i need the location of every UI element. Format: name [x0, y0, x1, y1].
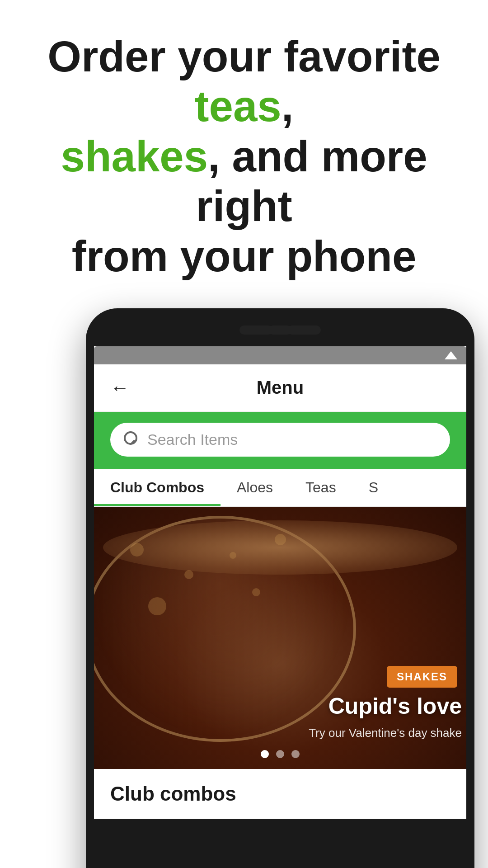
phone-sensors [94, 316, 466, 344]
wifi-icon [445, 351, 457, 359]
search-icon [124, 431, 140, 448]
phone-screen: ← Menu Search Items Club Combos Aloes [94, 346, 466, 819]
bubble1 [130, 543, 144, 557]
hero-heading: Order your favorite teas, shakes, and mo… [27, 32, 461, 281]
phone-container: ← Menu Search Items Club Combos Aloes [0, 308, 488, 868]
tab-teas[interactable]: Teas [289, 469, 352, 506]
back-button[interactable]: ← [110, 377, 129, 399]
bubble6 [252, 588, 260, 596]
hero-teas: teas [195, 82, 282, 130]
hero-comma: , [282, 82, 294, 130]
speaker-grille [239, 326, 321, 335]
screen-title: Menu [129, 377, 431, 398]
hero-line3: from your phone [72, 232, 417, 280]
dot-3[interactable] [291, 750, 300, 758]
promo-subtitle: Try our Valentine's day shake [309, 726, 462, 740]
promo-banner: SHAKES Cupid's love Try our Valentine's … [94, 507, 466, 769]
hero-shakes: shakes [61, 132, 208, 180]
category-tabs: Club Combos Aloes Teas S [94, 469, 466, 507]
dot-2[interactable] [276, 750, 284, 758]
bubble4 [230, 552, 236, 559]
app-header: ← Menu [94, 364, 466, 412]
bubble3 [148, 597, 166, 615]
tab-aloes[interactable]: Aloes [221, 469, 289, 506]
club-combos-title: Club combos [110, 783, 450, 805]
tab-club-combos[interactable]: Club Combos [94, 469, 221, 506]
carousel-dots [261, 750, 300, 758]
search-box[interactable]: Search Items [110, 423, 450, 457]
club-combos-section: Club combos [94, 769, 466, 819]
green-search-banner: Search Items [94, 412, 466, 469]
shakes-badge: SHAKES [387, 666, 457, 688]
tab-more-label: S [369, 479, 378, 495]
hero-line2-rest: , and more right [196, 132, 427, 230]
status-bar [94, 346, 466, 364]
bubble2 [184, 570, 193, 579]
bubble5 [275, 534, 286, 545]
hero-text-1: Order your favorite [47, 32, 441, 80]
froth [103, 520, 457, 575]
hero-line1: Order your favorite teas, [47, 32, 441, 130]
dot-1[interactable] [261, 750, 269, 758]
promo-title: Cupid's love [328, 693, 462, 719]
search-placeholder: Search Items [147, 431, 238, 448]
hero-section: Order your favorite teas, shakes, and mo… [0, 0, 488, 299]
phone-mockup: ← Menu Search Items Club Combos Aloes [86, 308, 474, 868]
tab-more[interactable]: S [352, 469, 394, 506]
